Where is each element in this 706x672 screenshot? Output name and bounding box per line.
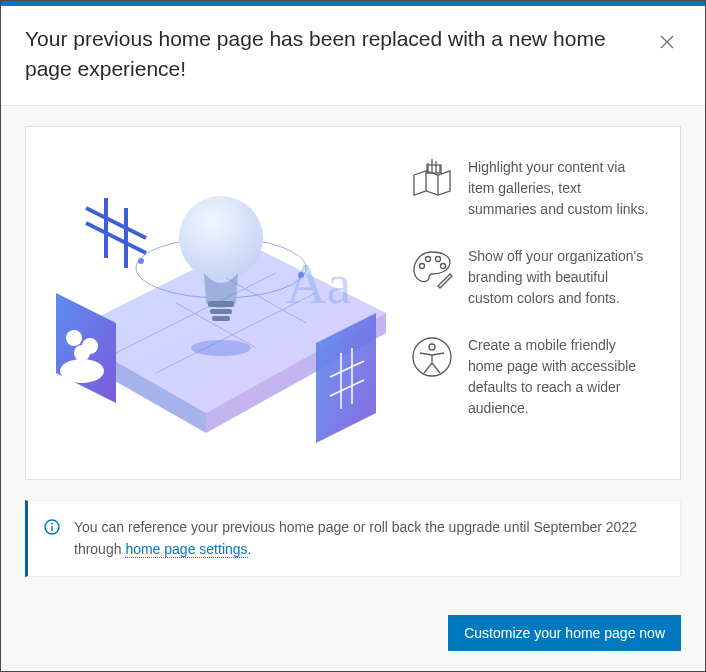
feature-text: Show off your organization's branding wi… xyxy=(468,246,650,309)
feature-list: Highlight your content via item gallerie… xyxy=(410,153,650,453)
city-map-icon xyxy=(410,157,454,201)
svg-point-34 xyxy=(436,256,441,261)
svg-text:Aa: Aa xyxy=(286,253,351,315)
hero-illustration: Aa xyxy=(46,153,386,453)
info-icon xyxy=(44,519,60,535)
feature-text: Create a mobile friendly home page with … xyxy=(468,335,650,419)
svg-point-26 xyxy=(191,340,251,356)
svg-line-15 xyxy=(86,223,146,253)
svg-rect-25 xyxy=(212,316,230,321)
svg-point-22 xyxy=(179,196,263,280)
svg-point-32 xyxy=(420,263,425,268)
modal-title: Your previous home page has been replace… xyxy=(25,24,653,85)
svg-point-6 xyxy=(74,345,90,361)
modal-footer: Customize your home page now xyxy=(1,599,705,671)
feature-text: Highlight your content via item gallerie… xyxy=(468,157,650,220)
svg-point-33 xyxy=(426,256,431,261)
svg-rect-24 xyxy=(210,309,232,314)
close-button[interactable] xyxy=(653,28,681,59)
svg-point-7 xyxy=(60,359,104,383)
info-notice: You can reference your previous home pag… xyxy=(25,500,681,577)
feature-item: Highlight your content via item gallerie… xyxy=(410,157,650,220)
svg-point-4 xyxy=(66,330,82,346)
feature-item: Show off your organization's branding wi… xyxy=(410,246,650,309)
svg-point-21 xyxy=(298,272,304,278)
home-page-settings-link[interactable]: home page settings xyxy=(125,541,247,558)
svg-point-37 xyxy=(429,344,435,350)
svg-rect-23 xyxy=(208,301,234,307)
accessibility-icon xyxy=(410,335,454,379)
svg-point-20 xyxy=(138,258,144,264)
palette-icon xyxy=(410,246,454,290)
modal-dialog: Your previous home page has been replace… xyxy=(0,0,706,672)
close-icon xyxy=(659,34,675,50)
customize-home-page-button[interactable]: Customize your home page now xyxy=(448,615,681,651)
notice-text: You can reference your previous home pag… xyxy=(74,517,660,560)
modal-header: Your previous home page has been replace… xyxy=(1,6,705,106)
feature-item: Create a mobile friendly home page with … xyxy=(410,335,650,419)
svg-point-35 xyxy=(441,263,446,268)
notice-text-after: . xyxy=(248,541,252,557)
modal-body: Aa xyxy=(1,106,705,601)
feature-card: Aa xyxy=(25,126,681,480)
svg-line-14 xyxy=(86,208,146,238)
